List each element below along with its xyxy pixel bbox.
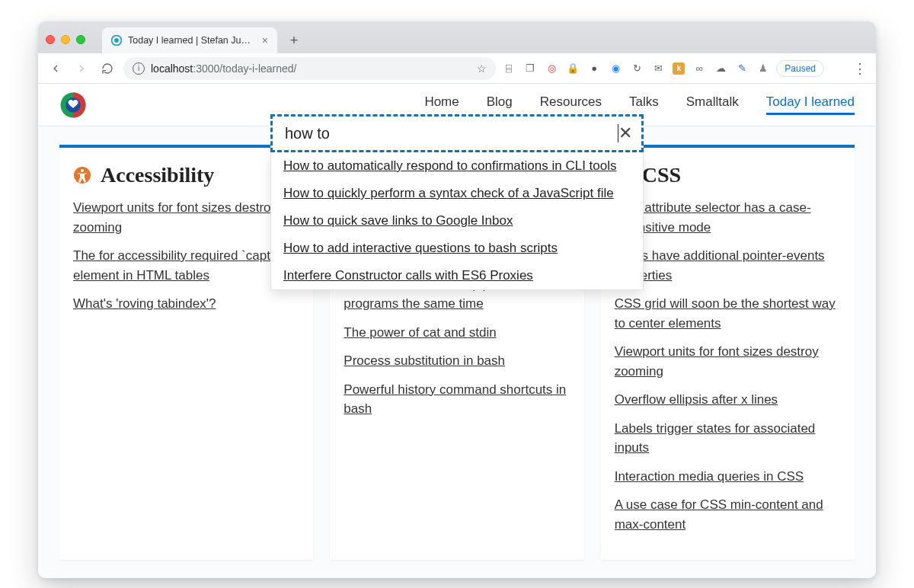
profile-avatar[interactable] [830,60,847,77]
tab-strip: Today I learned | Stefan Judis \ × + [38,21,876,53]
tab-title: Today I learned | Stefan Judis \ [128,35,256,46]
article-link[interactable]: Overflow ellipsis after x lines [615,392,778,407]
url-host: localhost:3000/today-i-learned/ [151,62,296,75]
search-result[interactable]: Interfere Constructor calls with ES6 Pro… [271,262,643,289]
article-link[interactable]: CSS grid will soon be the shortest way t… [615,296,836,331]
article-link[interactable]: A use case for CSS min-content and max-c… [615,497,823,532]
glasses-icon[interactable]: ∞ [692,62,706,75]
article-link[interactable]: CSS attribute selector has a case-insens… [615,200,811,235]
nav-today-i-learned[interactable]: Today I learned [766,94,855,115]
browser-menu-button[interactable]: ⋮ [853,60,868,77]
search-result[interactable]: How to add interactive questions to bash… [271,235,643,262]
window-minimize[interactable] [61,35,70,44]
nav-resources[interactable]: Resources [540,94,602,115]
shield-icon[interactable]: ◎ [545,62,558,75]
search-component: how to ✕ How to automatically respond to… [270,114,644,290]
svg-point-1 [114,38,119,43]
article-link[interactable]: Viewport units for font sizes destroy zo… [615,344,819,379]
search-result[interactable]: How to quickly perform a syntax check of… [271,180,643,207]
article-link[interactable]: SVGs have additional pointer-events prop… [615,248,825,283]
reload-button[interactable] [97,59,117,78]
article-link[interactable]: Labels trigger states for associated inp… [615,421,816,455]
site-info-icon[interactable]: i [133,62,145,75]
favicon-icon [111,35,122,46]
category-title: CSS [642,163,681,187]
browser-tab[interactable]: Today I learned | Stefan Judis \ × [102,27,277,53]
nav-blog[interactable]: Blog [487,94,513,115]
search-input[interactable]: how to ✕ [270,114,644,152]
k-icon[interactable]: k [673,62,685,75]
extension-icons: ⌸ ❐ ◎ 🔒 ● ◉ ↻ ✉ k ∞ ☁ ✎ ♟ [502,62,770,75]
new-tab-button[interactable]: + [283,30,305,51]
accessibility-icon [73,166,91,184]
article-link[interactable]: Powerful history command shortcuts in ba… [344,382,566,417]
tab-close-icon[interactable]: × [262,35,268,46]
cast-icon[interactable]: ⌸ [502,62,516,75]
dot-icon[interactable]: ● [587,62,601,75]
nav-smalltalk[interactable]: Smalltalk [686,94,739,115]
article-link[interactable]: Interaction media queries in CSS [615,469,804,484]
lock-icon[interactable]: 🔒 [566,62,580,75]
chat-icon[interactable]: ◉ [609,62,622,75]
forward-button[interactable] [72,59,91,78]
copy-icon[interactable]: ❐ [523,62,537,75]
article-link[interactable]: The for accessibility required `caption`… [73,248,292,283]
cloud-icon[interactable]: ☁ [714,62,727,75]
wand-icon[interactable]: ✎ [735,62,749,75]
window-controls [46,35,85,53]
primary-nav: Home Blog Resources Talks Smalltalk Toda… [424,94,855,115]
site-logo[interactable] [59,91,87,119]
window-close[interactable] [46,35,55,44]
browser-toolbar: i localhost:3000/today-i-learned/ ☆ ⌸ ❐ … [38,53,876,84]
article-link[interactable]: What's 'roving tabindex'? [73,296,216,311]
profile-paused-chip[interactable]: Paused [776,60,824,77]
article-link[interactable]: Process substitution in bash [344,353,505,368]
nav-talks[interactable]: Talks [629,94,659,115]
search-query-text: how to [285,125,617,142]
octocat-icon[interactable]: ♟ [756,62,770,75]
nav-home[interactable]: Home [424,94,459,115]
clear-search-icon[interactable]: ✕ [618,125,632,142]
bookmark-star-icon[interactable]: ☆ [477,62,487,75]
search-results: How to automatically respond to confirma… [270,152,644,290]
article-link[interactable]: The power of cat and stdin [344,325,496,340]
page-body: how to ✕ How to automatically respond to… [38,126,876,578]
window-zoom[interactable] [76,35,85,44]
svg-point-5 [81,169,84,172]
search-result[interactable]: How to quick save links to Google Inbox [271,207,643,235]
article-link[interactable]: Viewport units for font sizes destroy zo… [73,200,277,235]
category-title: Accessibility [101,163,214,187]
sync-icon[interactable]: ↻ [630,62,644,75]
address-bar[interactable]: i localhost:3000/today-i-learned/ ☆ [123,57,496,80]
search-result[interactable]: How to automatically respond to confirma… [271,152,643,180]
browser-window: Today I learned | Stefan Judis \ × + i l… [38,21,876,578]
mail-icon[interactable]: ✉ [651,62,665,75]
back-button[interactable] [46,59,66,78]
